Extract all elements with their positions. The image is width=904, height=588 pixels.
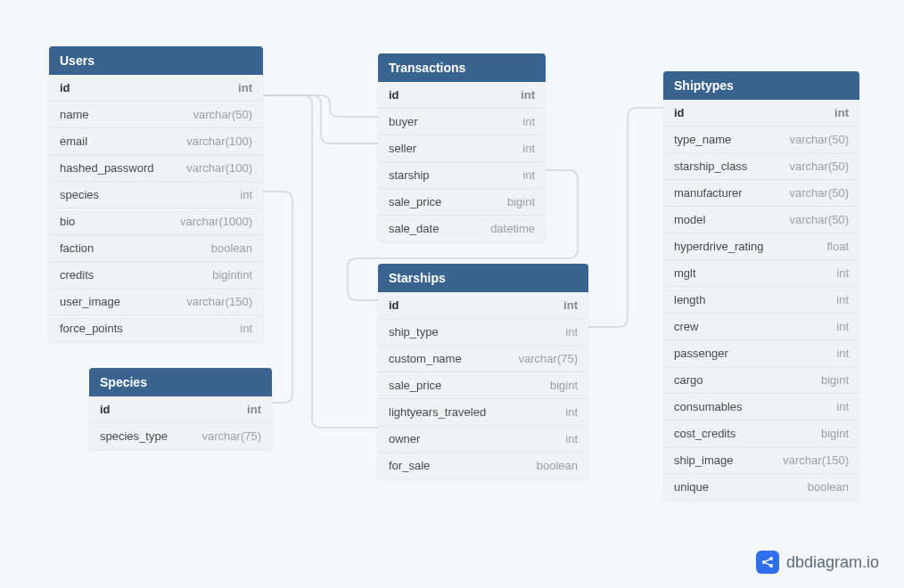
column-name: ship_type [389,325,439,339]
table-row[interactable]: uniqueboolean [663,474,859,500]
column-type: bigintint [212,268,252,282]
column-name: species_type [100,429,168,443]
column-type: int [240,322,252,335]
table-row[interactable]: sale_pricebigint [378,372,588,399]
column-name: buyer [389,115,418,128]
column-type: int [565,405,578,419]
table-row[interactable]: for_saleboolean [378,453,588,478]
column-type: varchar(50) [790,213,849,226]
column-name: cost_credits [674,427,736,440]
column-type: int [563,298,578,312]
table-users-header: Users [49,46,263,75]
table-row[interactable]: buyerint [378,109,546,135]
table-row[interactable]: cargobigint [663,367,859,394]
table-row[interactable]: speciesint [49,182,263,208]
column-name: id [389,88,399,102]
table-row[interactable]: hashed_passwordvarchar(100) [49,155,263,182]
column-name: hashed_password [60,161,154,175]
column-type: int [836,400,849,413]
column-type: bigint [507,195,535,208]
column-name: id [389,298,399,312]
column-name: force_points [60,322,123,335]
column-name: species [60,188,99,201]
table-row[interactable]: idint [378,292,588,319]
column-name: sale_price [389,195,441,208]
table-row[interactable]: factionboolean [49,235,263,262]
column-type: int [836,266,849,280]
watermark-text: dbdiagram.io [786,553,879,572]
column-type: varchar(100) [186,161,252,175]
column-type: datetime [490,222,535,235]
table-shiptypes[interactable]: Shiptypes idinttype_namevarchar(50)stars… [663,71,859,500]
table-starships-header: Starships [378,264,588,292]
table-row[interactable]: idint [49,75,263,102]
table-row[interactable]: biovarchar(1000) [49,208,263,235]
column-name: id [674,106,685,119]
column-type: int [247,403,261,416]
table-row[interactable]: sale_pricebigint [378,189,546,216]
watermark: dbdiagram.io [756,551,879,574]
table-row[interactable]: species_typevarchar(75) [89,423,272,449]
column-type: int [836,347,849,360]
table-row[interactable]: idint [378,82,546,109]
column-name: model [674,213,705,226]
table-users[interactable]: Users idintnamevarchar(50)emailvarchar(1… [49,46,263,341]
table-row[interactable]: modelvarchar(50) [663,207,859,233]
column-type: int [836,293,849,306]
table-species-rows: idintspecies_typevarchar(75) [89,396,272,449]
table-row[interactable]: lengthint [663,287,859,314]
column-type: int [521,88,535,102]
table-row[interactable]: force_pointsint [49,315,263,341]
column-name: seller [389,142,416,155]
column-type: varchar(150) [783,453,849,467]
column-type: varchar(100) [186,135,252,148]
table-row[interactable]: idint [89,396,272,423]
table-row[interactable]: hyperdrive_ratingfloat [663,233,859,260]
table-species[interactable]: Species idintspecies_typevarchar(75) [89,368,272,449]
table-row[interactable]: starship_classvarchar(50) [663,153,859,180]
column-type: varchar(50) [790,159,849,173]
table-row[interactable]: custom_namevarchar(75) [378,346,588,372]
column-type: varchar(75) [519,352,578,365]
column-type: varchar(50) [790,133,849,146]
table-row[interactable]: crewint [663,314,859,340]
column-type: boolean [808,480,849,494]
column-type: varchar(150) [186,295,252,308]
table-row[interactable]: sale_datedatetime [378,216,546,241]
column-name: id [100,403,111,416]
table-row[interactable]: idint [663,100,859,127]
table-transactions[interactable]: Transactions idintbuyerintsellerintstars… [378,53,546,241]
column-name: length [674,293,705,306]
column-name: consumables [674,400,743,413]
column-name: starship_class [674,159,747,173]
table-row[interactable]: manufacturervarchar(50) [663,180,859,207]
column-type: int [522,142,535,155]
table-row[interactable]: namevarchar(50) [49,102,263,128]
table-row[interactable]: user_imagevarchar(150) [49,289,263,315]
column-name: email [60,135,87,148]
table-row[interactable]: creditsbigintint [49,262,263,289]
table-row[interactable]: consumablesint [663,394,859,421]
column-name: unique [674,480,709,494]
table-row[interactable]: cost_creditsbigint [663,421,859,447]
table-row[interactable]: sellerint [378,135,546,162]
column-name: credits [60,268,94,282]
table-row[interactable]: mgltint [663,260,859,287]
column-type: varchar(75) [202,429,261,443]
column-name: mglt [674,266,696,280]
table-row[interactable]: ownerint [378,426,588,453]
share-icon [756,551,779,574]
table-row[interactable]: ship_imagevarchar(150) [663,447,859,474]
column-name: name [60,108,89,121]
column-type: bigint [821,373,849,387]
table-row[interactable]: emailvarchar(100) [49,128,263,155]
table-row[interactable]: starshipint [378,162,546,189]
table-shiptypes-rows: idinttype_namevarchar(50)starship_classv… [663,100,859,500]
column-type: boolean [211,241,252,255]
column-name: sale_date [389,222,439,235]
table-row[interactable]: ship_typeint [378,319,588,346]
table-row[interactable]: passengerint [663,340,859,367]
table-row[interactable]: type_namevarchar(50) [663,127,859,153]
table-starships[interactable]: Starships idintship_typeintcustom_nameva… [378,264,588,478]
table-row[interactable]: lightyears_traveledint [378,399,588,426]
